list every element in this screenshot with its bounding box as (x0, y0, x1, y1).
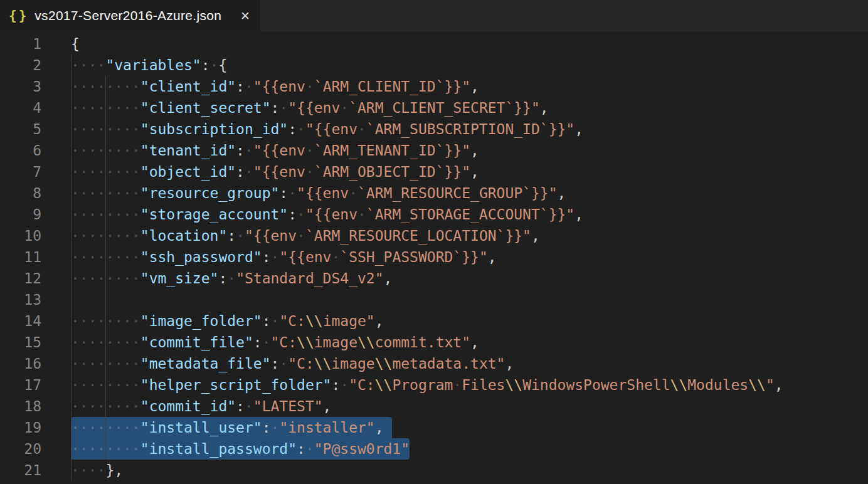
code-token: , (375, 419, 384, 436)
editor-pane[interactable]: 1{2····"variables":·{3········"client_id… (0, 31, 868, 481)
line-text: ····"variables":·{ (71, 55, 227, 76)
whitespace-dots: · (210, 57, 219, 73)
code-token: "image_folder" (140, 313, 262, 329)
code-token: "C: (271, 334, 297, 350)
code-token: : (271, 355, 280, 372)
code-line-content: ········"install_password":·"P@ssw0rd1" (41, 438, 868, 460)
indent-guide (105, 182, 106, 204)
code-line-21[interactable]: 21····}, (0, 460, 868, 481)
code-line-18[interactable]: 18········"commit_id":·"LATEST", (0, 396, 868, 417)
code-line-14[interactable]: 14········"image_folder":·"C:\\image", (0, 310, 868, 332)
line-text: ········"object_id":·"{{env·`ARM_OBJECT_… (71, 161, 479, 182)
code-token: \\ (375, 377, 393, 393)
code-token: image (314, 334, 357, 350)
whitespace-dots: · (305, 78, 314, 95)
code-token: : (262, 313, 271, 329)
code-token: , (775, 377, 783, 393)
code-line-16[interactable]: 16········"metadata_file":·"C:\\image\\m… (0, 353, 868, 374)
indent-guide (105, 97, 106, 118)
whitespace-dots: · (305, 164, 314, 180)
code-line-8[interactable]: 8········"resource_group":·"{{env·`ARM_R… (0, 182, 868, 204)
code-token: \\ (505, 377, 522, 393)
indent-guide (71, 225, 71, 246)
indent-guide (71, 118, 71, 140)
code-token: , (470, 164, 479, 180)
code-token: "ssh_password" (140, 249, 262, 265)
code-token: : (236, 142, 245, 159)
code-token: : (297, 441, 305, 457)
code-token: \\ (670, 377, 688, 393)
tab-bar: {} vs2017-Server2016-Azure.json ✕ (0, 0, 868, 31)
line-text: ········"tenant_id":·"{{env·`ARM_TENANT_… (71, 140, 479, 161)
code-token: : (236, 398, 245, 414)
code-line-3[interactable]: 3········"client_id":·"{{env·`ARM_CLIENT… (0, 76, 868, 97)
indent-guide (105, 140, 106, 161)
code-line-11[interactable]: 11········"ssh_password":·"{{env·`SSH_PA… (0, 246, 868, 268)
indent-guide (71, 204, 71, 225)
code-line-content: ········"location":·"{{env·`ARM_RESOURCE… (41, 225, 868, 246)
whitespace-dots: · (297, 228, 305, 244)
code-token: "installer" (279, 419, 374, 436)
code-token: Modules (687, 377, 748, 393)
line-number: 19 (0, 417, 41, 438)
code-line-19[interactable]: 19········"install_user":·"installer", (0, 417, 868, 438)
code-token: "commit_file" (140, 334, 253, 350)
code-token: `ARM_OBJECT_ID`}}" (314, 164, 470, 180)
whitespace-dots: · (262, 334, 271, 350)
line-number: 2 (0, 55, 41, 76)
code-line-4[interactable]: 4········"client_secret":·"{{env·`ARM_CL… (0, 97, 868, 118)
code-token: : (262, 419, 271, 436)
line-number: 13 (0, 289, 41, 310)
code-token: "vm_size" (140, 270, 219, 287)
line-number: 3 (0, 76, 41, 97)
indent-guide (105, 161, 106, 182)
indent-guide (71, 182, 71, 204)
code-line-content: ········"vm_size":·"Standard_DS4_v2", (41, 268, 868, 289)
code-line-20[interactable]: 20········"install_password":·"P@ssw0rd1… (0, 438, 868, 460)
code-line-content: ········"install_user":·"installer", (41, 417, 868, 438)
line-number: 9 (0, 204, 41, 225)
code-line-7[interactable]: 7········"object_id":·"{{env·`ARM_OBJECT… (0, 161, 868, 182)
code-line-10[interactable]: 10········"location":·"{{env·`ARM_RESOUR… (0, 225, 868, 246)
indent-guide (71, 246, 71, 268)
code-line-content: ········"metadata_file":·"C:\\image\\met… (41, 353, 868, 374)
indent-guide (105, 76, 106, 97)
line-text: ········"client_secret":·"{{env·`ARM_CLI… (71, 97, 549, 118)
code-token: "install_user" (140, 419, 262, 436)
close-tab-icon[interactable]: ✕ (240, 9, 250, 23)
code-token: \\ (305, 313, 323, 329)
indent-guide (105, 438, 106, 460)
code-token: }, (105, 462, 123, 478)
code-line-content: ········"ssh_password":·"{{env·`SSH_PASS… (41, 246, 868, 268)
code-token: `ARM_CLIENT_ID`}}" (314, 78, 470, 95)
indent-guide (71, 76, 71, 97)
code-line-1[interactable]: 1{ (0, 33, 868, 55)
whitespace-dots: · (271, 313, 280, 329)
code-line-2[interactable]: 2····"variables":·{ (0, 55, 868, 76)
code-line-5[interactable]: 5········"subscription_id":·"{{env·`ARM_… (0, 118, 868, 140)
whitespace-dots: · (340, 100, 349, 116)
indent-guide (71, 332, 71, 353)
code-token: "{{env (245, 228, 297, 244)
code-token: `SSH_PASSWORD`}}" (340, 249, 487, 265)
code-line-content: ········"storage_account":·"{{env·`ARM_S… (41, 204, 868, 225)
indent-guide (71, 140, 71, 161)
code-line-12[interactable]: 12········"vm_size":·"Standard_DS4_v2", (0, 268, 868, 289)
code-line-9[interactable]: 9········"storage_account":·"{{env·`ARM_… (0, 204, 868, 225)
code-line-6[interactable]: 6········"tenant_id":·"{{env·`ARM_TENANT… (0, 140, 868, 161)
whitespace-dots: · (271, 419, 280, 436)
code-token: , (470, 78, 479, 95)
whitespace-dots: · (340, 377, 349, 393)
code-token: commit.txt" (375, 334, 470, 350)
code-line-15[interactable]: 15········"commit_file":·"C:\\image\\com… (0, 332, 868, 353)
code-token: "client_id" (140, 78, 236, 95)
code-line-13[interactable]: 13 (0, 289, 868, 310)
code-token: , (470, 334, 479, 350)
tab-vs2017-server2016-azure-json[interactable]: {} vs2017-Server2016-Azure.json ✕ (0, 0, 260, 31)
code-line-17[interactable]: 17········"helper_script_folder":·"C:\\P… (0, 374, 868, 396)
code-line-content: ········"tenant_id":·"{{env·`ARM_TENANT_… (41, 140, 868, 161)
code-token: : (262, 249, 271, 265)
line-text: ········"storage_account":·"{{env·`ARM_S… (71, 204, 583, 225)
whitespace-dots: · (279, 355, 288, 372)
code-token: : (236, 78, 245, 95)
